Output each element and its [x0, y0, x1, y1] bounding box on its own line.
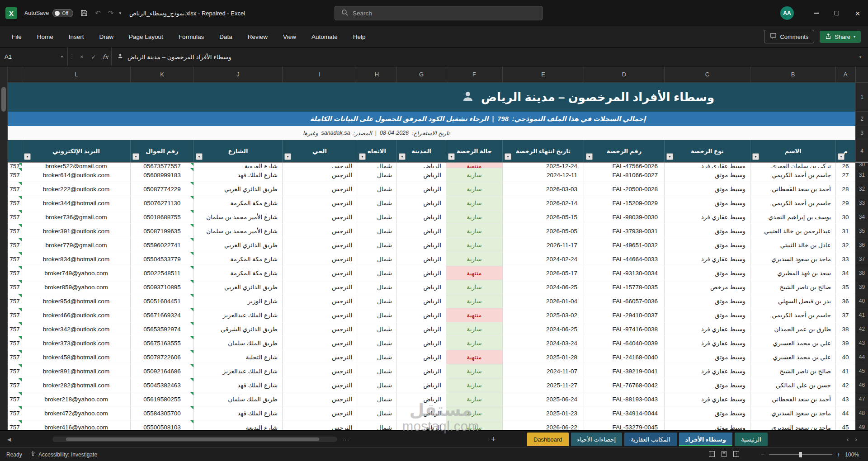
cell-direction[interactable]: شمال [357, 196, 397, 210]
cell-serial[interactable]: 26 [836, 163, 855, 168]
cell-district[interactable]: النرجس [283, 322, 357, 336]
cell-street[interactable]: شارع مكة المكرمة [194, 196, 283, 210]
cell-expiry[interactable]: 2025-11-27 [503, 378, 584, 392]
header-cell[interactable]: نوع الرخصة▾ [665, 140, 750, 162]
cell-district[interactable]: النرجس [283, 196, 357, 210]
cell-name[interactable]: أحمد بن سعد القحطاني [750, 392, 836, 406]
cell-email[interactable]: broker614@outlook.com [22, 168, 131, 182]
cell-street[interactable]: شارع العروبة [194, 163, 283, 168]
cell-status[interactable]: سارية [446, 280, 503, 294]
header-cell[interactable]: المدينة▾ [397, 140, 446, 162]
name-box[interactable]: A1 ▾ [0, 47, 68, 66]
row-number[interactable]: 34 [855, 210, 868, 224]
column-letter-e[interactable]: E [503, 66, 584, 83]
cell-direction[interactable]: شمال [357, 392, 397, 406]
column-letter-h[interactable]: H [357, 66, 397, 83]
cell-street[interactable]: طريق الدائري الشرقي [194, 322, 283, 336]
cell-name[interactable]: جاسم بن أحمد الكريمي [750, 308, 836, 322]
menu-tab-view[interactable]: View [283, 33, 296, 40]
cell-extra[interactable]: 757 [8, 406, 22, 420]
cell-phone[interactable]: 05500508103 [131, 420, 194, 430]
cell-name[interactable]: تركي بن سلمان العمري [750, 163, 836, 168]
cell-extra[interactable]: 757 [8, 163, 22, 168]
filter-dropdown-icon[interactable]: ▾ [505, 153, 511, 160]
accessibility-status[interactable]: Accessibility: Investigate [30, 451, 97, 458]
cell-direction[interactable]: شمال [357, 308, 397, 322]
cell-extra[interactable]: 757 [8, 168, 22, 182]
cell-expiry[interactable]: 2026-03-03 [503, 182, 584, 196]
cell-city[interactable]: الرياض [397, 182, 446, 196]
cell-city[interactable]: الرياض [397, 308, 446, 322]
cell-phone[interactable]: 05087199635 [131, 224, 194, 238]
cell-type[interactable]: وسيط موثق [665, 196, 750, 210]
cell-extra[interactable]: 757 [8, 266, 22, 280]
cell-city[interactable]: الرياض [397, 163, 446, 168]
cell-license[interactable]: FAL-47566-0026 [584, 163, 665, 168]
cell-license[interactable]: FAL-98039-0030 [584, 210, 665, 224]
row-number[interactable]: 44 [855, 350, 868, 364]
cell-city[interactable]: الرياض [397, 210, 446, 224]
cell-phone[interactable]: 05673577557 [131, 163, 194, 168]
cell-serial[interactable]: 35 [836, 280, 855, 294]
row-number[interactable]: 48 [855, 406, 868, 420]
cell-license[interactable]: FAL-15209-0029 [584, 196, 665, 210]
cell-phone[interactable]: 05051604451 [131, 294, 194, 308]
undo-icon[interactable]: ↶ [95, 9, 101, 17]
cell-serial[interactable]: 38 [836, 322, 855, 336]
cell-direction[interactable]: شمال [357, 210, 397, 224]
cell-city[interactable]: الرياض [397, 238, 446, 252]
cell-district[interactable]: النرجس [283, 392, 357, 406]
cell-expiry[interactable]: 2026-11-17 [503, 238, 584, 252]
cell-type[interactable]: وسيط موثق [665, 294, 750, 308]
formula-input[interactable]: وسطاء الأفراد المرخصون – مدينة الرياض [111, 47, 853, 66]
cell-status[interactable]: سارية [446, 392, 503, 406]
cell-phone[interactable]: 05608999183 [131, 168, 194, 182]
cell-email[interactable]: broker954@hotmail.com [22, 294, 131, 308]
cell-email[interactable]: broker736@gmail.com [22, 210, 131, 224]
row-number[interactable]: 4 [855, 140, 868, 162]
header-cell[interactable]: رقم الجوال▾ [131, 140, 194, 162]
cell-name[interactable]: ماجد بن سعود السديري [750, 252, 836, 266]
cell-status[interactable]: سارية [446, 210, 503, 224]
cell-city[interactable]: الرياض [397, 294, 446, 308]
cell-email[interactable]: broker222@outlook.com [22, 182, 131, 196]
excel-logo-icon[interactable]: X [5, 7, 17, 19]
horizontal-scrollbar-thumb[interactable] [66, 437, 319, 441]
cell-status[interactable]: سارية [446, 420, 503, 430]
cell-extra[interactable]: 757 [8, 238, 22, 252]
cell-type[interactable]: وسيط عقاري فرد [665, 210, 750, 224]
row-number[interactable]: 37 [855, 252, 868, 266]
cell-extra[interactable]: 757 [8, 392, 22, 406]
cell-phone[interactable]: 05076271130 [131, 196, 194, 210]
cell-extra[interactable]: 757 [8, 420, 22, 430]
cell-street[interactable]: شارع الملك فهد [194, 378, 283, 392]
cell-name[interactable]: ماجد بن سعود السديري [750, 406, 836, 420]
cell-city[interactable]: الرياض [397, 196, 446, 210]
cell-serial[interactable]: 42 [836, 378, 855, 392]
cell-expiry[interactable]: 2025-12-24 [503, 163, 584, 168]
cell-email[interactable]: broker891@hotmail.com [22, 364, 131, 378]
column-letter-f[interactable]: F [446, 66, 503, 83]
cell-direction[interactable]: شمال [357, 163, 397, 168]
cell-serial[interactable]: 32 [836, 238, 855, 252]
cell-serial[interactable]: 29 [836, 196, 855, 210]
sheet-tab-individual-brokers[interactable]: وسطاء الأفراد [679, 433, 733, 446]
cell-serial[interactable]: 39 [836, 336, 855, 350]
cell-type[interactable]: وسيط عقاري فرد [665, 336, 750, 350]
cell-phone[interactable]: 05087774229 [131, 182, 194, 196]
cell-street[interactable]: شارع الملك فهد [194, 168, 283, 182]
cell-district[interactable]: النرجس [283, 163, 357, 168]
cell-street[interactable]: شارع الملك عبدالعزيز [194, 364, 283, 378]
cell-email[interactable]: broker749@yahoo.com [22, 266, 131, 280]
cell-extra[interactable]: 757 [8, 322, 22, 336]
cell-expiry[interactable]: 2024-03-24 [503, 336, 584, 350]
cell-name[interactable]: طارق بن عمر الحمدان [750, 322, 836, 336]
cell-type[interactable]: وسيط موثق [665, 238, 750, 252]
close-button[interactable]: × [847, 0, 868, 26]
maximize-button[interactable] [826, 0, 847, 26]
cell-city[interactable]: الرياض [397, 364, 446, 378]
cell-expiry[interactable]: 2025-03-02 [503, 308, 584, 322]
cell-type[interactable]: وسيط موثق [665, 168, 750, 182]
cell-direction[interactable]: شمال [357, 294, 397, 308]
cell-type[interactable]: وسيط موثق [665, 308, 750, 322]
